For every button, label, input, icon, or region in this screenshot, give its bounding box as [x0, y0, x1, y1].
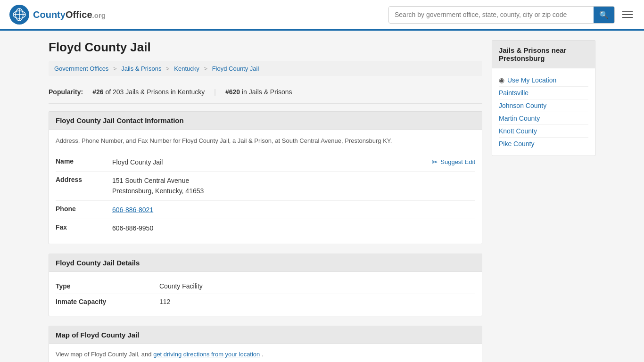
search-input[interactable] [389, 7, 594, 22]
contact-name-row: Name Floyd County Jail ✂ Suggest Edit [56, 153, 475, 172]
logo-area: CountyOffice.org [9, 5, 106, 25]
popularity-rank1: #26 of 203 Jails & Prisons in Kentucky [92, 88, 205, 96]
menu-line-1 [622, 11, 633, 12]
details-capacity-label: Inmate Capacity [56, 298, 159, 305]
sidebar-header-line1: Jails & Prisons near [499, 46, 566, 54]
contact-fax-label: Fax [56, 223, 112, 231]
map-desc-text: View map of Floyd County Jail, and [56, 351, 152, 358]
sidebar-link-pike-county[interactable]: Pike County [499, 140, 534, 148]
details-section: Floyd County Jail Details Type County Fa… [49, 254, 482, 316]
map-section-body: View map of Floyd County Jail, and get d… [49, 344, 482, 362]
contact-phone-label: Phone [56, 205, 112, 213]
popularity-rank2: #620 in Jails & Prisons [225, 88, 292, 96]
logo-county: County [33, 9, 66, 20]
menu-line-3 [622, 17, 633, 18]
popularity-pipe: | [214, 88, 216, 96]
breadcrumb-link-0[interactable]: Government Offices [54, 65, 108, 72]
map-section: Map of Floyd County Jail View map of Flo… [49, 326, 482, 362]
phone-link[interactable]: 606-886-8021 [112, 206, 153, 214]
details-capacity-value: 112 [159, 298, 170, 305]
contact-section-header: Floyd County Jail Contact Information [49, 112, 482, 130]
address-line2: Prestonsburg, Kentucky, 41653 [112, 187, 204, 195]
contact-section-body: Address, Phone Number, and Fax Number fo… [49, 130, 482, 244]
sidebar-link-martin-county[interactable]: Martin County [499, 115, 540, 122]
breadcrumb-sep-0: > [113, 65, 117, 72]
breadcrumb-sep-1: > [166, 65, 170, 72]
breadcrumb: Government Offices > Jails & Prisons > K… [49, 61, 482, 76]
sidebar-item-martin-county[interactable]: Martin County [499, 112, 588, 125]
breadcrumb-link-2[interactable]: Kentucky [174, 65, 199, 72]
contact-name-label: Name [56, 157, 112, 165]
contact-fax-row: Fax 606-886-9950 [56, 219, 475, 237]
logo-office: Office [66, 9, 92, 20]
sidebar-card: Jails & Prisons near Prestonsburg ◉ Use … [492, 40, 595, 156]
search-box: 🔍 [388, 6, 615, 24]
details-capacity-row: Inmate Capacity 112 [56, 294, 475, 309]
logo-icon [9, 5, 29, 25]
search-icon: 🔍 [599, 11, 609, 19]
contact-name-value: Floyd County Jail [112, 157, 432, 167]
contact-section: Floyd County Jail Contact Information Ad… [49, 111, 482, 244]
contact-phone-value: 606-886-8021 [112, 205, 475, 215]
map-desc-end: . [262, 351, 264, 358]
suggest-edit-label: Suggest Edit [440, 158, 475, 165]
sidebar-header-line2: Prestonsburg [499, 54, 545, 62]
location-pin-icon: ◉ [499, 76, 504, 84]
breadcrumb-sep-2: > [204, 65, 207, 72]
page-title: Floyd County Jail [49, 40, 482, 55]
site-header: CountyOffice.org 🔍 [0, 0, 644, 31]
menu-button[interactable] [620, 9, 635, 20]
address-line1: 151 South Central Avenue [112, 177, 189, 184]
details-type-label: Type [56, 282, 159, 290]
sidebar-link-paintsville[interactable]: Paintsville [499, 89, 528, 97]
sidebar-item-knott-county[interactable]: Knott County [499, 125, 588, 138]
map-section-header: Map of Floyd County Jail [49, 326, 482, 344]
details-type-value: County Facility [159, 282, 203, 290]
directions-link[interactable]: get driving directions from your locatio… [153, 351, 260, 358]
sidebar-link-knott-county[interactable]: Knott County [499, 127, 537, 135]
sidebar-link-johnson-county[interactable]: Johnson County [499, 102, 546, 109]
sidebar: Jails & Prisons near Prestonsburg ◉ Use … [492, 40, 595, 362]
use-location-link[interactable]: Use My Location [507, 76, 556, 84]
logo-text: CountyOffice.org [33, 9, 106, 20]
sidebar-use-location[interactable]: ◉ Use My Location [499, 74, 588, 87]
suggest-edit-button[interactable]: ✂ Suggest Edit [432, 157, 475, 166]
contact-address-row: Address 151 South Central Avenue Preston… [56, 172, 475, 201]
breadcrumb-link-1[interactable]: Jails & Prisons [121, 65, 161, 72]
menu-line-2 [622, 14, 633, 15]
sidebar-item-pike-county[interactable]: Pike County [499, 138, 588, 150]
main-container: Floyd County Jail Government Offices > J… [39, 31, 605, 362]
sidebar-item-johnson-county[interactable]: Johnson County [499, 99, 588, 112]
breadcrumb-link-3[interactable]: Floyd County Jail [212, 65, 259, 72]
map-desc: View map of Floyd County Jail, and get d… [56, 351, 475, 358]
sidebar-item-paintsville[interactable]: Paintsville [499, 87, 588, 99]
contact-phone-row: Phone 606-886-8021 [56, 201, 475, 219]
edit-icon: ✂ [432, 158, 438, 166]
details-type-row: Type County Facility [56, 279, 475, 294]
contact-address-value: 151 South Central Avenue Prestonsburg, K… [112, 175, 475, 197]
details-section-header: Floyd County Jail Details [49, 254, 482, 272]
contact-fax-value: 606-886-9950 [112, 223, 475, 233]
popularity-row: Popularity: #26 of 203 Jails & Prisons i… [49, 83, 482, 104]
sidebar-body: ◉ Use My Location Paintsville Johnson Co… [492, 68, 595, 156]
contact-section-desc: Address, Phone Number, and Fax Number fo… [56, 136, 475, 146]
search-button[interactable]: 🔍 [594, 7, 614, 23]
details-section-body: Type County Facility Inmate Capacity 112 [49, 272, 482, 316]
popularity-label: Popularity: [49, 88, 83, 96]
logo-tld: .org [92, 11, 106, 19]
sidebar-header: Jails & Prisons near Prestonsburg [492, 41, 595, 68]
content-area: Floyd County Jail Government Offices > J… [49, 40, 482, 362]
header-right: 🔍 [388, 6, 635, 24]
contact-address-label: Address [56, 175, 112, 183]
